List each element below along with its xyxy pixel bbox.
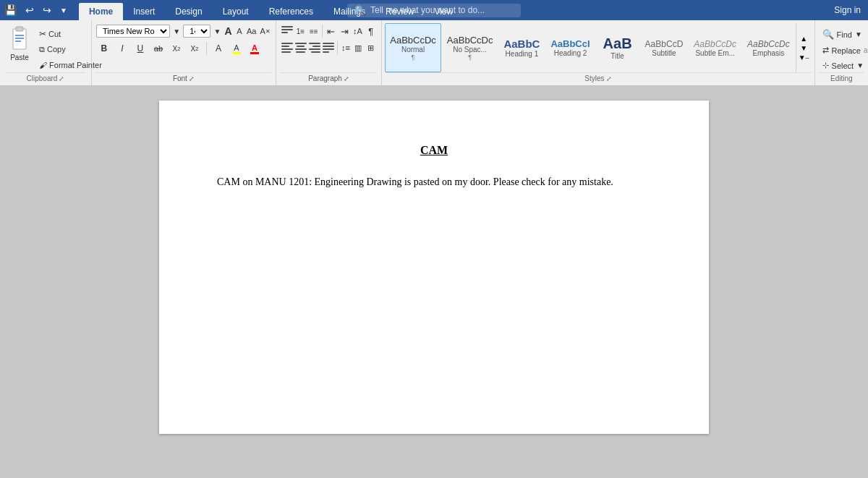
justify-button[interactable]: [322, 40, 335, 56]
sort-button[interactable]: ↕A: [352, 23, 364, 39]
borders-button[interactable]: ⊞: [365, 40, 378, 56]
undo-icon[interactable]: ↩: [24, 3, 35, 17]
quick-access-toolbar: 💾 ↩ ↪ ▼: [0, 1, 72, 20]
styles-group: AaBbCcDc Normal ¶ AaBbCcDc No Spac... ¶ …: [382, 20, 814, 85]
paragraph-expand-icon[interactable]: ⤢: [344, 75, 349, 82]
style-heading1[interactable]: AaBbC Heading 1: [498, 23, 545, 72]
style-normal-preview: AaBbCcDc: [390, 35, 436, 46]
align-right-button[interactable]: [308, 40, 321, 56]
paste-label: Paste: [10, 54, 29, 61]
clear-formatting-button[interactable]: A✕: [259, 23, 271, 39]
replace-button[interactable]: ⇄ Replace ab: [820, 44, 864, 56]
style-subtitle[interactable]: AaBbCcD Subtitle: [640, 23, 689, 72]
bold-button[interactable]: B: [96, 40, 112, 56]
select-button[interactable]: ⊹ Select ▼: [820, 59, 864, 72]
font-group: Times New Ro ▼ 14 ▼ A A Aa A✕ B I U ab X…: [92, 20, 276, 85]
styles-group-label: Styles: [584, 74, 604, 82]
style-subtle-em[interactable]: AaBbCcDc Subtle Em...: [689, 23, 741, 72]
document-body[interactable]: CAM on MANU 1201: Engineering Drawing is…: [217, 174, 651, 189]
style-subtitle-preview: AaBbCcD: [645, 39, 684, 49]
style-heading2[interactable]: AaBbCcI Heading 2: [545, 23, 595, 72]
font-size-dropdown-icon[interactable]: ▼: [213, 23, 221, 39]
tab-design[interactable]: Design: [165, 3, 212, 20]
find-button[interactable]: 🔍 Find ▼: [820, 27, 864, 41]
bullets-button[interactable]: [281, 23, 294, 39]
numbering-button[interactable]: 1≡: [294, 23, 307, 39]
align-left-button[interactable]: [281, 40, 294, 56]
style-normal[interactable]: AaBbCcDc Normal ¶: [385, 23, 441, 72]
subscript-button[interactable]: X2: [169, 40, 184, 56]
shading-button[interactable]: ▥: [352, 40, 365, 56]
paragraph-group-label: Paragraph: [308, 74, 342, 82]
font-name-select[interactable]: Times New Ro: [96, 25, 170, 38]
editing-group: 🔍 Find ▼ ⇄ Replace ab ⊹ Select ▼ Editing: [815, 20, 868, 85]
show-marks-button[interactable]: ¶: [365, 23, 377, 39]
line-spacing-button[interactable]: ↕≡: [340, 40, 352, 56]
change-case-button[interactable]: Aa: [246, 23, 257, 39]
style-heading1-label: Heading 1: [506, 50, 539, 58]
text-effects-button[interactable]: A: [210, 40, 226, 56]
style-normal-label: Normal: [401, 46, 425, 54]
document-area: CAM CAM on MANU 1201: Engineering Drawin…: [0, 86, 868, 448]
style-title-label: Title: [610, 52, 624, 60]
shrink-font-button[interactable]: A: [235, 23, 244, 39]
multilevel-list-button[interactable]: ≡≡: [307, 23, 320, 39]
styles-expand-icon[interactable]: ⤢: [606, 75, 612, 82]
style-heading2-preview: AaBbCcI: [550, 38, 590, 49]
font-color-button[interactable]: A: [247, 40, 263, 56]
style-title-preview: AaB: [603, 35, 632, 52]
clipboard-group-label: Clipboard: [27, 74, 58, 82]
style-heading1-preview: AaBbC: [503, 38, 540, 50]
tab-insert[interactable]: Insert: [123, 3, 165, 20]
style-no-spacing-label: No Spac...: [453, 46, 487, 54]
styles-scroll-panel: ▲ ▼ ▼─: [796, 23, 812, 72]
tab-home[interactable]: Home: [79, 3, 123, 20]
customize-qa-icon[interactable]: ▼: [59, 5, 69, 16]
style-emphasis[interactable]: AaBbCcDc Emphasis: [742, 23, 795, 72]
increase-indent-button[interactable]: ⇥: [338, 23, 350, 39]
style-title[interactable]: AaB Title: [596, 23, 639, 72]
style-heading2-label: Heading 2: [554, 49, 587, 57]
editing-group-label: Editing: [830, 74, 853, 82]
style-subtitle-label: Subtitle: [652, 49, 676, 57]
style-emphasis-preview: AaBbCcDc: [747, 39, 790, 49]
tab-references[interactable]: References: [259, 3, 323, 20]
svg-rect-2: [15, 35, 24, 36]
styles-scroll-down[interactable]: ▼: [800, 44, 807, 52]
svg-rect-4: [15, 40, 21, 42]
underline-button[interactable]: U: [132, 40, 148, 56]
align-center-button[interactable]: [294, 40, 307, 56]
font-name-dropdown-icon[interactable]: ▼: [172, 23, 181, 39]
decrease-indent-button[interactable]: ⇤: [325, 23, 337, 39]
font-expand-icon[interactable]: ⤢: [189, 75, 195, 82]
svg-rect-3: [15, 38, 24, 39]
grow-font-button[interactable]: A: [224, 23, 232, 39]
search-bar[interactable]: 🔍 Tell me what you want to do...: [347, 4, 521, 17]
style-no-spacing-preview: AaBbCcDc: [447, 35, 493, 46]
font-group-label: Font: [173, 74, 187, 82]
paste-button[interactable]: Paste: [6, 23, 33, 72]
redo-icon[interactable]: ↪: [41, 3, 53, 17]
styles-more-button[interactable]: ▼─: [799, 54, 809, 61]
svg-rect-1: [16, 27, 23, 31]
highlight-button[interactable]: A: [229, 40, 244, 56]
save-icon[interactable]: 💾: [3, 3, 18, 17]
ribbon-content: Paste ✂ Cut ⧉ Copy 🖌 Format Painter Font…: [0, 20, 868, 86]
style-no-spacing[interactable]: AaBbCcDc No Spac... ¶: [442, 23, 498, 72]
document-page[interactable]: CAM CAM on MANU 1201: Engineering Drawin…: [159, 101, 709, 434]
styles-scroll-up[interactable]: ▲: [800, 35, 807, 43]
paragraph-group: 1≡ ≡≡ ⇤ ⇥ ↕A ¶: [276, 20, 382, 85]
document-title: CAM: [217, 144, 651, 157]
tab-layout[interactable]: Layout: [213, 3, 259, 20]
font-size-select[interactable]: 14: [183, 25, 210, 38]
italic-button[interactable]: I: [114, 40, 130, 56]
superscript-button[interactable]: X2: [187, 40, 203, 56]
style-subtle-em-preview: AaBbCcDc: [694, 39, 736, 49]
style-emphasis-label: Emphasis: [752, 49, 784, 57]
search-icon: 🔍: [354, 5, 366, 16]
search-placeholder: Tell me what you want to do...: [370, 5, 485, 15]
clipboard-group: Paste ✂ Cut ⧉ Copy 🖌 Format Painter Font…: [0, 20, 92, 85]
sign-in-button[interactable]: Sign in: [834, 5, 861, 15]
strikethrough-button[interactable]: ab: [150, 40, 166, 56]
clipboard-expand-icon[interactable]: ⤢: [59, 75, 64, 82]
